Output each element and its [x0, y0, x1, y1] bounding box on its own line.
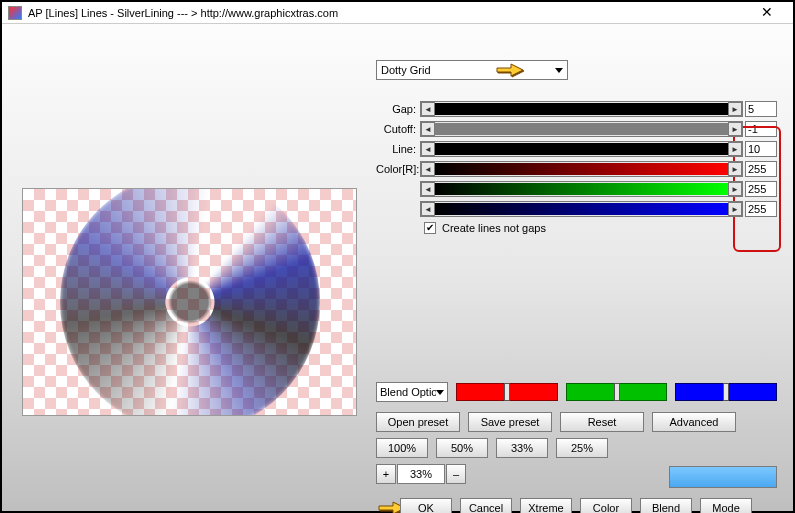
client-area: Dotty Grid Gap: ◄ ► 5 Cutoff: [2, 24, 793, 511]
color-preview-swatch[interactable] [669, 466, 777, 488]
blend-row: Blend Options [376, 382, 777, 402]
slider-track[interactable] [435, 123, 728, 135]
create-lines-label: Create lines not gaps [442, 222, 546, 234]
slider-right-icon[interactable]: ► [728, 202, 742, 216]
color-g-value[interactable]: 255 [745, 181, 777, 197]
blend-select[interactable]: Blend Options [376, 382, 448, 402]
color-b-value[interactable]: 255 [745, 201, 777, 217]
swirl-graphic [60, 189, 320, 415]
slider-left-icon[interactable]: ◄ [421, 102, 435, 116]
zoom-minus-button[interactable]: – [446, 464, 466, 484]
open-preset-button[interactable]: Open preset [376, 412, 460, 432]
zoom-25-button[interactable]: 25% [556, 438, 608, 458]
slider-track[interactable] [435, 203, 728, 215]
cutoff-value[interactable]: -1 [745, 121, 777, 137]
preview-panel [22, 188, 357, 416]
slider-right-icon[interactable]: ► [728, 102, 742, 116]
gap-label: Gap: [376, 103, 420, 115]
gap-value[interactable]: 5 [745, 101, 777, 117]
zoom-plus-button[interactable]: + [376, 464, 396, 484]
slider-left-icon[interactable]: ◄ [421, 122, 435, 136]
color-r-label: Color[R]: [376, 163, 420, 175]
slider-track[interactable] [435, 183, 728, 195]
slider-track[interactable] [435, 143, 728, 155]
blend-b-slider[interactable] [675, 383, 777, 401]
slider-right-icon[interactable]: ► [728, 122, 742, 136]
gap-slider[interactable]: ◄ ► [420, 101, 743, 117]
slider-track[interactable] [435, 103, 728, 115]
advanced-button[interactable]: Advanced [652, 412, 736, 432]
color-r-slider[interactable]: ◄ ► [420, 161, 743, 177]
blend-r-slider[interactable] [456, 383, 558, 401]
xtreme-button[interactable]: Xtreme [520, 498, 572, 513]
line-label: Line: [376, 143, 420, 155]
slider-track[interactable] [435, 163, 728, 175]
slider-left-icon[interactable]: ◄ [421, 202, 435, 216]
parameter-panel: Dotty Grid Gap: ◄ ► 5 Cutoff: [376, 60, 777, 234]
blend-label: Blend Options [380, 386, 436, 398]
slider-right-icon[interactable]: ► [728, 142, 742, 156]
reset-button[interactable]: Reset [560, 412, 644, 432]
app-icon [8, 6, 22, 20]
zoom-stepper: + 33% – [376, 464, 466, 484]
mode-button[interactable]: Mode [700, 498, 752, 513]
zoom-100-button[interactable]: 100% [376, 438, 428, 458]
cutoff-label: Cutoff: [376, 123, 420, 135]
slider-left-icon[interactable]: ◄ [421, 162, 435, 176]
blend-g-slider[interactable] [566, 383, 668, 401]
cancel-button[interactable]: Cancel [460, 498, 512, 513]
window-title: AP [Lines] Lines - SilverLining --- > ht… [28, 7, 747, 19]
slider-right-icon[interactable]: ► [728, 162, 742, 176]
line-value[interactable]: 10 [745, 141, 777, 157]
color-r-value[interactable]: 255 [745, 161, 777, 177]
slider-thumb[interactable] [614, 383, 620, 401]
ok-button[interactable]: OK [400, 498, 452, 513]
create-lines-checkbox[interactable]: ✔ [424, 222, 436, 234]
color-g-slider[interactable]: ◄ ► [420, 181, 743, 197]
preset-select[interactable]: Dotty Grid [376, 60, 568, 80]
slider-thumb[interactable] [504, 383, 510, 401]
zoom-33-button[interactable]: 33% [496, 438, 548, 458]
slider-right-icon[interactable]: ► [728, 182, 742, 196]
close-button[interactable]: ✕ [747, 3, 787, 23]
color-button[interactable]: Color [580, 498, 632, 513]
color-b-slider[interactable]: ◄ ► [420, 201, 743, 217]
titlebar: AP [Lines] Lines - SilverLining --- > ht… [2, 2, 793, 24]
zoom-value[interactable]: 33% [397, 464, 445, 484]
slider-left-icon[interactable]: ◄ [421, 182, 435, 196]
slider-thumb[interactable] [723, 383, 729, 401]
preview-image [23, 189, 356, 415]
chevron-down-icon [436, 390, 444, 395]
zoom-50-button[interactable]: 50% [436, 438, 488, 458]
chevron-down-icon [555, 68, 563, 73]
blend-button[interactable]: Blend [640, 498, 692, 513]
preset-value: Dotty Grid [381, 64, 431, 76]
slider-left-icon[interactable]: ◄ [421, 142, 435, 156]
line-slider[interactable]: ◄ ► [420, 141, 743, 157]
save-preset-button[interactable]: Save preset [468, 412, 552, 432]
cutoff-slider[interactable]: ◄ ► [420, 121, 743, 137]
